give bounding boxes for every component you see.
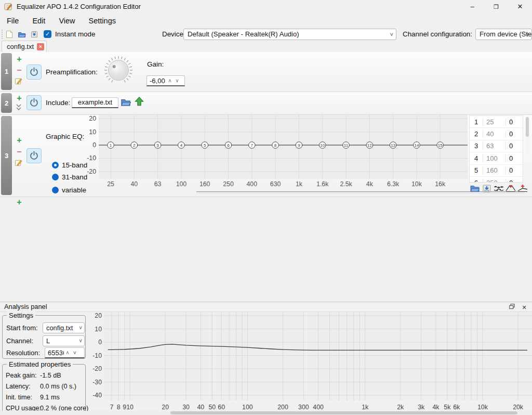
- add-filter-button[interactable]: +: [15, 94, 23, 102]
- append-filter-button[interactable]: +: [15, 198, 23, 206]
- new-file-icon[interactable]: [5, 30, 14, 38]
- normalize-peak-icon[interactable]: [506, 183, 516, 193]
- device-label: Device:: [162, 30, 185, 38]
- x-tick-label: 200: [277, 404, 288, 411]
- eq-band-table: 125024003630410005160062500: [469, 115, 523, 183]
- export-frequencies-icon[interactable]: [482, 183, 492, 193]
- device-select[interactable]: Default (Speaker - Realtek(R) Audio) ˅: [183, 29, 396, 40]
- spin-up-icon[interactable]: ˄: [166, 76, 174, 85]
- spin-down-icon[interactable]: ˅: [71, 348, 78, 357]
- import-frequencies-icon[interactable]: [470, 183, 480, 193]
- minimize-button[interactable]: –: [460, 0, 484, 14]
- tab-bar: config.txt ✕: [0, 41, 532, 52]
- radio-31-band[interactable]: 31-band: [52, 173, 87, 181]
- y-tick-label: -20: [92, 365, 102, 372]
- save-file-icon[interactable]: [30, 30, 38, 38]
- float-panel-icon[interactable]: [508, 304, 515, 311]
- resolution-spinbox[interactable]: 65536 ˄ ˅: [45, 347, 85, 358]
- toolbar-drag-handle[interactable]: [2, 30, 3, 39]
- channel-select[interactable]: L ˅: [43, 335, 85, 346]
- spin-up-icon[interactable]: ˄: [64, 348, 71, 357]
- include-filename-input[interactable]: example.txt: [72, 97, 118, 108]
- power-toggle[interactable]: [26, 95, 42, 110]
- menu-item-edit[interactable]: Edit: [25, 14, 52, 28]
- y-tick-label: 10: [89, 128, 96, 136]
- gain-spinbox[interactable]: -6,00 ˄ ˅: [147, 75, 185, 86]
- x-tick-label: 100: [242, 404, 253, 411]
- tab-config-txt[interactable]: config.txt ✕: [2, 41, 47, 52]
- x-tick-label: 1k: [362, 404, 369, 411]
- zero-gains-icon[interactable]: [517, 183, 528, 193]
- close-panel-icon[interactable]: ✕: [521, 304, 528, 311]
- x-tick-label: 7: [110, 404, 114, 411]
- scrollbar-thumb[interactable]: [170, 411, 517, 414]
- analysis-response-graph[interactable]: 20100-10-20-30-4078910203040506010020030…: [87, 312, 532, 414]
- property-label: Latency:: [6, 383, 40, 390]
- property-value: -1.5 dB: [40, 372, 61, 379]
- x-tick-label: 25: [107, 180, 114, 188]
- instant-mode-checkbox[interactable]: ✓: [44, 30, 51, 38]
- radio-label: variable: [62, 186, 86, 194]
- remove-filter-button[interactable]: −: [15, 148, 23, 156]
- band-gain-cell[interactable]: 0: [506, 154, 523, 162]
- start-from-select[interactable]: config.txt ˅: [43, 322, 85, 333]
- menu-item-settings[interactable]: Settings: [82, 14, 123, 28]
- row-number-badge[interactable]: 1: [1, 53, 12, 90]
- analysis-panel-header[interactable]: Analysis panel ✕: [0, 302, 532, 312]
- row-number-badge[interactable]: 2: [1, 93, 12, 113]
- collapse-chevrons-icon[interactable]: [16, 104, 21, 111]
- close-button[interactable]: ✕: [508, 0, 532, 14]
- open-included-file-icon[interactable]: [134, 96, 144, 107]
- band-gain-cell[interactable]: 0: [506, 166, 523, 174]
- band-gain-cell[interactable]: 0: [506, 142, 523, 150]
- menu-bar: FileEditViewSettings: [0, 14, 532, 28]
- add-filter-button[interactable]: +: [15, 136, 23, 145]
- maximize-button[interactable]: ❐: [484, 0, 508, 14]
- radio-variable[interactable]: variable: [52, 186, 86, 194]
- power-toggle[interactable]: [26, 64, 42, 80]
- x-tick-label: 400: [313, 404, 324, 411]
- eq-response-graph[interactable]: 12345678910111213141520100-10-2025406310…: [86, 115, 525, 196]
- band-gain-cell[interactable]: 0: [506, 130, 523, 138]
- preamp-knob[interactable]: [102, 54, 135, 87]
- gain-value: -6,00: [147, 77, 166, 85]
- band-gain-cell[interactable]: 0: [506, 118, 523, 126]
- filter-row-preamp: 1 + − Preamplification: Gain: -6,: [0, 52, 532, 92]
- edit-filter-icon[interactable]: [15, 159, 22, 166]
- smooth-response-icon[interactable]: [494, 183, 504, 193]
- x-tick-label: 40: [197, 404, 204, 411]
- property-value: 9.1 ms: [40, 394, 60, 401]
- band-frequency-cell: 100: [483, 154, 506, 162]
- remove-filter-button[interactable]: −: [15, 66, 23, 74]
- open-file-icon[interactable]: [18, 30, 26, 38]
- band-frequency-cell: 63: [483, 142, 506, 150]
- y-tick-label: 20: [95, 312, 102, 319]
- eq-band-number: 13: [391, 143, 395, 148]
- gain-label: Gain:: [147, 60, 164, 68]
- add-filter-button[interactable]: +: [15, 55, 23, 63]
- x-tick-label: 300: [298, 404, 309, 411]
- instant-mode-label: Instant mode: [55, 30, 95, 38]
- y-tick-label: -20: [87, 168, 96, 175]
- radio-label: 31-band: [62, 173, 87, 181]
- y-tick-label: 0: [98, 339, 102, 346]
- eq-table-vertical-scrollbar[interactable]: [525, 116, 529, 182]
- radio-icon: [52, 187, 59, 193]
- band-gain-cell[interactable]: 0: [506, 179, 523, 183]
- start-from-value: config.txt: [46, 324, 73, 332]
- filter-row-graphic-eq: 3 + − Graphic EQ: 15-band 31-band variab…: [0, 115, 532, 197]
- radio-15-band[interactable]: 15-band: [52, 161, 87, 169]
- browse-file-icon[interactable]: [121, 97, 131, 107]
- eq-band-number: 15: [438, 143, 443, 148]
- channel-config-select[interactable]: From device (Stereo) ˅: [475, 29, 532, 40]
- menu-item-file[interactable]: File: [0, 14, 25, 28]
- edit-filter-icon[interactable]: [15, 77, 22, 85]
- analysis-horizontal-scrollbar[interactable]: [0, 411, 532, 415]
- x-tick-label: 4k: [432, 404, 440, 411]
- menu-item-view[interactable]: View: [52, 14, 82, 28]
- properties-rows: Peak gain:-1.5 dBLatency:0.0 ms (0 s.)In…: [3, 370, 85, 413]
- power-toggle[interactable]: [26, 148, 42, 163]
- row-number-badge[interactable]: 3: [1, 116, 12, 195]
- spin-down-icon[interactable]: ˅: [174, 76, 181, 85]
- tab-close-icon[interactable]: ✕: [37, 43, 44, 50]
